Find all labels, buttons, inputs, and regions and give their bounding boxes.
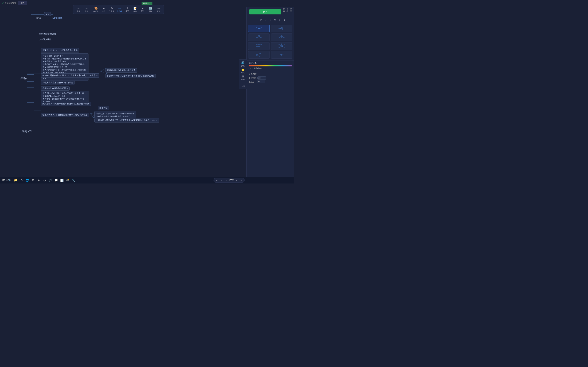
layout-radial[interactable] xyxy=(271,42,293,50)
zoom-in-button[interactable]: + xyxy=(220,178,224,182)
zoom-plus-button[interactable]: + xyxy=(235,178,238,182)
app2-icon[interactable]: 🎵 xyxy=(48,178,53,183)
horizontal-label: 水平方向 xyxy=(249,77,256,79)
bottom-bar: 节点: 51 ⊞ 🔍 📁 ⧉ 🌐 ✉ 🛍 ⬡ 🎵 💬 📊 🎮 🔧 ⊙ + − 1… xyxy=(0,177,294,184)
chinese-style-icon[interactable]: 中 xyxy=(259,18,263,22)
svg-point-75 xyxy=(280,54,281,55)
node-thanks[interactable]: 谢谢大家 xyxy=(98,106,109,110)
layout-org-chart[interactable] xyxy=(248,33,270,41)
svg-line-44 xyxy=(282,36,284,37)
canvas[interactable]: MM Torch Detection ... NoteBook的优越性 文本写入… xyxy=(0,6,246,177)
note-button[interactable]: 📝 备注 xyxy=(131,6,139,13)
node-count: 节点: 51 xyxy=(0,179,10,182)
mindmap-connections xyxy=(0,6,246,177)
store-icon[interactable]: 🛍 xyxy=(36,178,42,183)
auto-save-label: 自动保存成功 xyxy=(5,2,16,4)
rainbow-section: 彩虹线条 - 默认主题线条 - xyxy=(247,60,294,71)
horizontal-input[interactable] xyxy=(257,76,266,80)
layout-mindmap-right[interactable] xyxy=(271,25,293,32)
svg-point-67 xyxy=(256,54,258,56)
moon-style-icon[interactable]: ☽ xyxy=(264,18,268,22)
mm-label[interactable]: MM xyxy=(44,12,51,16)
yangshi-button[interactable]: ⭐ 样式 xyxy=(240,68,246,74)
simple-style-icon[interactable]: 简 xyxy=(273,18,277,22)
auto-save-indicator: ✓ 自动保存成功 xyxy=(0,2,18,4)
svg-rect-55 xyxy=(258,46,260,47)
svg-line-38 xyxy=(259,36,261,37)
node-discussion[interactable]: 大家有不太清楚的地方可以在下面提出 欢迎评论区的同学们一起讨论 xyxy=(95,118,159,123)
rainbow-bar xyxy=(249,66,292,67)
redo-button[interactable]: ↪ 恢复 xyxy=(83,6,90,13)
layout-mindmap-center[interactable] xyxy=(248,25,270,32)
share-btn[interactable]: 分享 xyxy=(290,8,293,12)
node-detection[interactable]: Detection xyxy=(52,16,62,19)
svg-rect-29 xyxy=(278,28,280,29)
fengge-button[interactable]: 🌊 风格 xyxy=(240,61,246,67)
tubu-button[interactable]: ⊞ 图布 xyxy=(240,75,246,81)
tubu-icon: ⊞ xyxy=(242,75,244,78)
export-btn[interactable]: 导出 xyxy=(286,8,289,12)
node-personal-opinion[interactable]: 我个人觉得是不错的一个学习平台 xyxy=(41,81,75,85)
svg-point-56 xyxy=(281,45,282,47)
app6-icon[interactable]: 🔧 xyxy=(71,178,76,183)
icon-button[interactable]: 🔣 图标 xyxy=(147,6,155,13)
more-button[interactable]: ⋯ 更多 xyxy=(155,6,162,13)
relation-line-button[interactable]: ⟿ 关联线 xyxy=(116,6,123,13)
svg-rect-36 xyxy=(258,35,260,36)
image-button[interactable]: 🖼 图片 xyxy=(139,6,147,13)
cursor-style-icon[interactable]: | xyxy=(254,18,258,22)
node-mm[interactable]: MM xyxy=(44,12,51,16)
node-newbie-platform[interactable]: 作为新手平台，它提供了许多简单的入门项目与课程 xyxy=(105,74,156,78)
node-aistudio[interactable]: AIStudio是百度的一个平台，助力于为新手/学生入门深度学习 xyxy=(41,73,99,78)
app1-icon[interactable]: ⬡ xyxy=(42,178,47,183)
vertical-label: 垂直方 xyxy=(249,81,255,83)
svg-point-64 xyxy=(278,47,279,48)
edge-icon[interactable]: 🌐 xyxy=(25,178,30,183)
style-button[interactable]: 🎨 样式问 xyxy=(92,6,100,13)
mail-icon[interactable]: ✉ xyxy=(30,178,36,183)
svg-rect-52 xyxy=(261,44,262,45)
theme-button[interactable]: ◈ 主题 xyxy=(100,6,108,13)
fengge-icon: 🌊 xyxy=(241,61,245,64)
node-share-videos[interactable]: 因此顺便将相关的一些或许有所帮助的视频分享出来 xyxy=(41,102,91,106)
node-torch[interactable]: Torch xyxy=(36,16,41,19)
summary-button[interactable]: ≡ 概要 xyxy=(123,6,131,13)
svg-line-68 xyxy=(258,54,259,55)
child-topic-button[interactable]: ⊕ 子主题 xyxy=(108,6,115,13)
node-text-write[interactable]: 文本写入函数 xyxy=(39,38,51,41)
app5-icon[interactable]: 🎮 xyxy=(65,178,70,183)
taskview-icon[interactable]: ⧉ xyxy=(19,178,24,183)
jiegou-button[interactable]: 结构 xyxy=(249,9,281,14)
node-provide-compute[interactable]: 提供很多时长的免费的机器算力 xyxy=(105,68,137,73)
save-btn[interactable]: 保存 xyxy=(283,8,286,12)
undo-button[interactable]: ↩ 撤回 xyxy=(75,6,82,13)
dagang-button[interactable]: ☰ 大纲 xyxy=(240,81,246,87)
image-icon: 🖼 xyxy=(142,7,144,10)
vertical-input[interactable] xyxy=(257,80,265,83)
zoom-out-button[interactable]: − xyxy=(224,178,228,182)
svg-rect-50 xyxy=(258,44,260,45)
fit-zoom-button[interactable]: ⊙ xyxy=(215,178,219,182)
layout-compact[interactable] xyxy=(248,51,270,58)
horizontal-spacing-row: 水平方向 xyxy=(249,76,292,80)
file-explorer-icon[interactable]: 📁 xyxy=(13,178,18,183)
node-dajiahao[interactable]: 大家好，我是Leon，是这个栏目的主讲 xyxy=(41,48,79,52)
vertical-spacing-row: 垂直方 xyxy=(249,80,292,83)
layout-org-chart-2[interactable] xyxy=(271,33,293,41)
node-xilie[interactable]: 系列内容 xyxy=(22,130,32,133)
theme-icon: ◈ xyxy=(103,7,105,10)
layout-linear[interactable] xyxy=(248,42,270,50)
app4-icon[interactable]: 📊 xyxy=(59,178,65,183)
smiley-icon[interactable]: ☺ xyxy=(239,178,243,182)
node-hope-help[interactable]: 希望对大家入门Paalde或者深度学习领域有所帮助 xyxy=(41,113,89,117)
emoji-style-icon[interactable]: ☺ xyxy=(278,18,282,22)
node-bstation-lack[interactable]: 但是b站上的相关教学还很少 xyxy=(41,86,69,91)
settings-style-icon[interactable]: ⚙ xyxy=(283,18,286,22)
tab-other[interactable]: 其他 xyxy=(18,1,27,5)
layout-timeline[interactable] xyxy=(271,51,293,58)
app3-icon[interactable]: 💬 xyxy=(53,178,59,183)
branch-style-icon[interactable]: ⑂ xyxy=(268,18,272,22)
node-projects[interactable]: 相关的项目我都会放在 AIStudio的Notebook中 大家能直接进入进行查… xyxy=(95,111,136,119)
node-kaichang[interactable]: 开场白 xyxy=(20,77,27,80)
node-notebook[interactable]: NoteBook的优越性 xyxy=(39,32,56,35)
